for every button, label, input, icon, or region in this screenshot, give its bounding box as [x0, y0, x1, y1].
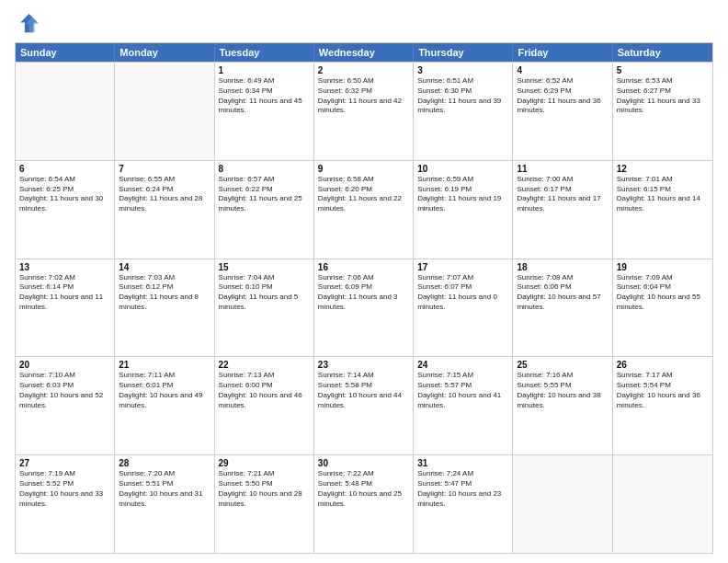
day-number: 13 [19, 262, 110, 272]
calendar-cell: 17Sunrise: 7:07 AM Sunset: 6:07 PM Dayli… [414, 259, 513, 357]
day-header-saturday: Saturday [613, 43, 712, 62]
day-info: Sunrise: 7:07 AM Sunset: 6:07 PM Dayligh… [417, 273, 508, 313]
day-number: 18 [517, 262, 608, 272]
day-info: Sunrise: 6:58 AM Sunset: 6:20 PM Dayligh… [318, 175, 409, 214]
day-info: Sunrise: 6:49 AM Sunset: 6:34 PM Dayligh… [219, 76, 310, 116]
day-info: Sunrise: 6:53 AM Sunset: 6:27 PM Dayligh… [617, 76, 709, 116]
calendar-cell: 13Sunrise: 7:02 AM Sunset: 6:14 PM Dayli… [16, 259, 115, 357]
day-number: 21 [119, 360, 210, 370]
day-number: 31 [417, 458, 508, 468]
day-number: 17 [417, 262, 508, 272]
day-info: Sunrise: 7:21 AM Sunset: 5:50 PM Dayligh… [219, 469, 310, 509]
calendar-cell: 11Sunrise: 7:00 AM Sunset: 6:17 PM Dayli… [513, 161, 612, 259]
calendar-week-5: 27Sunrise: 7:19 AM Sunset: 5:52 PM Dayli… [16, 454, 712, 553]
day-info: Sunrise: 7:06 AM Sunset: 6:09 PM Dayligh… [318, 273, 409, 313]
calendar-week-2: 6Sunrise: 6:54 AM Sunset: 6:25 PM Daylig… [16, 160, 712, 259]
day-info: Sunrise: 7:09 AM Sunset: 6:04 PM Dayligh… [617, 273, 709, 313]
day-number: 19 [617, 262, 709, 272]
calendar-cell [16, 63, 115, 160]
day-info: Sunrise: 6:54 AM Sunset: 6:25 PM Dayligh… [19, 175, 110, 214]
day-info: Sunrise: 6:57 AM Sunset: 6:22 PM Dayligh… [219, 175, 310, 214]
calendar-cell: 10Sunrise: 6:59 AM Sunset: 6:19 PM Dayli… [414, 161, 513, 259]
day-number: 29 [219, 458, 310, 468]
day-number: 8 [219, 164, 310, 174]
calendar-cell: 25Sunrise: 7:16 AM Sunset: 5:55 PM Dayli… [513, 357, 612, 454]
day-number: 27 [19, 458, 110, 468]
calendar-cell: 1Sunrise: 6:49 AM Sunset: 6:34 PM Daylig… [215, 63, 314, 160]
day-info: Sunrise: 7:19 AM Sunset: 5:52 PM Dayligh… [19, 469, 110, 509]
calendar-cell: 20Sunrise: 7:10 AM Sunset: 6:03 PM Dayli… [16, 357, 115, 454]
calendar-cell [115, 63, 214, 160]
calendar-cell: 15Sunrise: 7:04 AM Sunset: 6:10 PM Dayli… [215, 259, 314, 357]
day-header-monday: Monday [115, 43, 214, 62]
calendar-body: 1Sunrise: 6:49 AM Sunset: 6:34 PM Daylig… [16, 62, 712, 553]
calendar-cell: 22Sunrise: 7:13 AM Sunset: 6:00 PM Dayli… [215, 357, 314, 454]
day-header-friday: Friday [513, 43, 612, 62]
day-number: 22 [219, 360, 310, 370]
day-number: 1 [219, 65, 310, 75]
calendar-cell: 21Sunrise: 7:11 AM Sunset: 6:01 PM Dayli… [115, 357, 214, 454]
day-number: 12 [617, 164, 709, 174]
day-number: 14 [119, 262, 210, 272]
day-number: 5 [617, 65, 709, 75]
calendar-week-1: 1Sunrise: 6:49 AM Sunset: 6:34 PM Daylig… [16, 62, 712, 160]
day-info: Sunrise: 6:59 AM Sunset: 6:19 PM Dayligh… [417, 175, 508, 214]
calendar-cell: 29Sunrise: 7:21 AM Sunset: 5:50 PM Dayli… [215, 455, 314, 553]
calendar-cell: 24Sunrise: 7:15 AM Sunset: 5:57 PM Dayli… [414, 357, 513, 454]
day-info: Sunrise: 7:13 AM Sunset: 6:00 PM Dayligh… [219, 371, 310, 410]
day-info: Sunrise: 7:15 AM Sunset: 5:57 PM Dayligh… [417, 371, 508, 410]
day-header-thursday: Thursday [414, 43, 513, 62]
day-info: Sunrise: 7:01 AM Sunset: 6:15 PM Dayligh… [617, 175, 709, 214]
calendar-cell: 23Sunrise: 7:14 AM Sunset: 5:58 PM Dayli… [314, 357, 414, 454]
calendar-cell: 27Sunrise: 7:19 AM Sunset: 5:52 PM Dayli… [16, 455, 115, 553]
calendar-cell: 6Sunrise: 6:54 AM Sunset: 6:25 PM Daylig… [16, 161, 115, 259]
day-header-wednesday: Wednesday [314, 43, 414, 62]
calendar-cell: 31Sunrise: 7:24 AM Sunset: 5:47 PM Dayli… [414, 455, 513, 553]
day-number: 25 [517, 360, 608, 370]
day-number: 6 [19, 164, 110, 174]
logo-icon [15, 11, 40, 37]
day-info: Sunrise: 6:55 AM Sunset: 6:24 PM Dayligh… [119, 175, 210, 214]
day-number: 16 [318, 262, 409, 272]
calendar-week-4: 20Sunrise: 7:10 AM Sunset: 6:03 PM Dayli… [16, 356, 712, 454]
calendar-cell: 16Sunrise: 7:06 AM Sunset: 6:09 PM Dayli… [314, 259, 414, 357]
day-number: 11 [517, 164, 608, 174]
day-number: 24 [417, 360, 508, 370]
header [15, 11, 713, 37]
calendar-header: SundayMondayTuesdayWednesdayThursdayFrid… [16, 43, 712, 62]
calendar-cell: 26Sunrise: 7:17 AM Sunset: 5:54 PM Dayli… [613, 357, 712, 454]
calendar-cell: 5Sunrise: 6:53 AM Sunset: 6:27 PM Daylig… [613, 63, 712, 160]
day-number: 20 [19, 360, 110, 370]
calendar-cell: 8Sunrise: 6:57 AM Sunset: 6:22 PM Daylig… [215, 161, 314, 259]
day-info: Sunrise: 6:50 AM Sunset: 6:32 PM Dayligh… [318, 76, 409, 116]
day-header-sunday: Sunday [16, 43, 115, 62]
calendar: SundayMondayTuesdayWednesdayThursdayFrid… [15, 42, 713, 554]
calendar-cell [513, 455, 612, 553]
calendar-cell: 28Sunrise: 7:20 AM Sunset: 5:51 PM Dayli… [115, 455, 214, 553]
day-number: 10 [417, 164, 508, 174]
day-info: Sunrise: 7:02 AM Sunset: 6:14 PM Dayligh… [19, 273, 110, 313]
day-info: Sunrise: 7:00 AM Sunset: 6:17 PM Dayligh… [517, 175, 608, 214]
day-info: Sunrise: 7:24 AM Sunset: 5:47 PM Dayligh… [417, 469, 508, 509]
day-number: 26 [617, 360, 709, 370]
calendar-cell: 3Sunrise: 6:51 AM Sunset: 6:30 PM Daylig… [414, 63, 513, 160]
calendar-cell: 2Sunrise: 6:50 AM Sunset: 6:32 PM Daylig… [314, 63, 414, 160]
day-number: 9 [318, 164, 409, 174]
day-number: 4 [517, 65, 608, 75]
calendar-week-3: 13Sunrise: 7:02 AM Sunset: 6:14 PM Dayli… [16, 259, 712, 357]
day-info: Sunrise: 7:17 AM Sunset: 5:54 PM Dayligh… [617, 371, 709, 410]
calendar-cell: 14Sunrise: 7:03 AM Sunset: 6:12 PM Dayli… [115, 259, 214, 357]
day-info: Sunrise: 6:51 AM Sunset: 6:30 PM Dayligh… [417, 76, 508, 116]
day-number: 28 [119, 458, 210, 468]
day-info: Sunrise: 7:10 AM Sunset: 6:03 PM Dayligh… [19, 371, 110, 410]
day-info: Sunrise: 7:03 AM Sunset: 6:12 PM Dayligh… [119, 273, 210, 313]
day-info: Sunrise: 7:16 AM Sunset: 5:55 PM Dayligh… [517, 371, 608, 410]
day-number: 2 [318, 65, 409, 75]
day-number: 30 [318, 458, 409, 468]
day-number: 15 [219, 262, 310, 272]
calendar-cell: 19Sunrise: 7:09 AM Sunset: 6:04 PM Dayli… [613, 259, 712, 357]
day-header-tuesday: Tuesday [215, 43, 314, 62]
calendar-cell: 30Sunrise: 7:22 AM Sunset: 5:48 PM Dayli… [314, 455, 414, 553]
page: SundayMondayTuesdayWednesdayThursdayFrid… [0, 0, 728, 563]
day-info: Sunrise: 7:04 AM Sunset: 6:10 PM Dayligh… [219, 273, 310, 313]
